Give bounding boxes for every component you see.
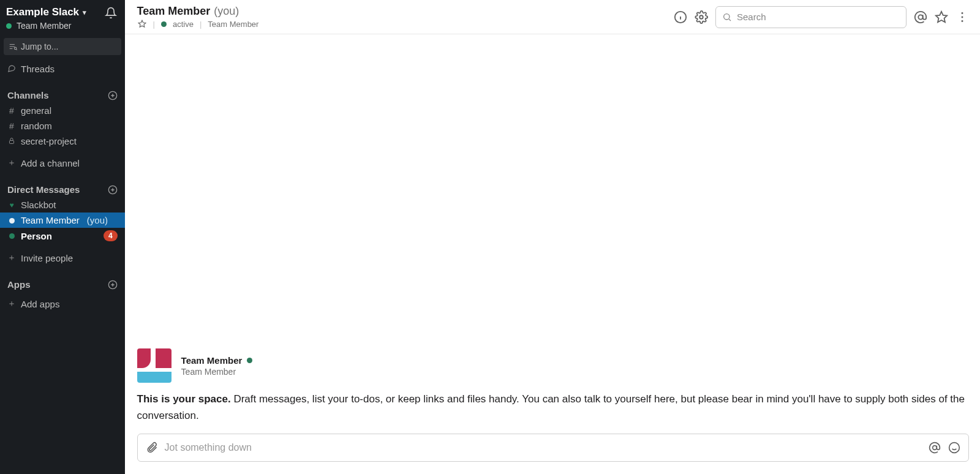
intro-lead: This is your space. bbox=[137, 393, 231, 405]
starred-button[interactable] bbox=[935, 10, 948, 24]
profile-name: Team Member bbox=[181, 355, 243, 366]
invite-people-label: Invite people bbox=[21, 253, 73, 263]
threads-icon bbox=[7, 64, 16, 74]
attach-button[interactable] bbox=[145, 441, 159, 454]
add-apps-label: Add apps bbox=[21, 299, 59, 309]
subtitle-name: Team Member bbox=[208, 20, 258, 29]
presence-active-icon bbox=[7, 231, 16, 241]
svg-rect-2 bbox=[10, 140, 14, 143]
svg-point-9 bbox=[918, 15, 922, 19]
svg-marker-5 bbox=[138, 20, 146, 27]
divider: | bbox=[200, 20, 202, 29]
plus-icon: ＋ bbox=[7, 252, 16, 263]
composer-placeholder: Jot something down bbox=[165, 442, 922, 453]
dm-label: Team Member bbox=[21, 215, 80, 225]
paperclip-icon bbox=[146, 442, 158, 454]
dm-person[interactable]: Person 4 bbox=[0, 228, 125, 244]
svg-point-8 bbox=[724, 13, 729, 19]
svg-point-14 bbox=[933, 446, 937, 450]
star-button[interactable] bbox=[137, 19, 147, 29]
channels-section-header[interactable]: Channels bbox=[0, 88, 125, 103]
invite-people-link[interactable]: ＋ Invite people bbox=[0, 250, 125, 266]
apps-section-header[interactable]: Apps bbox=[0, 277, 125, 292]
svg-point-15 bbox=[949, 443, 960, 453]
plus-circle-icon[interactable] bbox=[108, 91, 118, 100]
dm-label: Slackbot bbox=[21, 200, 56, 210]
more-button[interactable] bbox=[956, 10, 969, 24]
settings-button[interactable] bbox=[695, 10, 708, 24]
dm-slackbot[interactable]: ♥ Slackbot bbox=[0, 197, 125, 213]
star-icon bbox=[138, 20, 146, 28]
dms-section-header[interactable]: Direct Messages bbox=[0, 182, 125, 197]
channel-general[interactable]: # general bbox=[0, 103, 125, 118]
avatar bbox=[137, 348, 172, 383]
threads-label: Threads bbox=[21, 64, 55, 74]
heart-icon: ♥ bbox=[7, 201, 16, 209]
jump-to-input[interactable]: Jump to... bbox=[4, 38, 121, 55]
channel-label: random bbox=[21, 121, 52, 131]
search-icon bbox=[722, 12, 732, 22]
notifications-button[interactable] bbox=[104, 6, 118, 20]
apps-header-label: Apps bbox=[7, 279, 31, 290]
hash-icon: # bbox=[7, 106, 16, 116]
gear-icon bbox=[695, 10, 708, 24]
search-placeholder: Search bbox=[737, 12, 766, 22]
plus-icon: ＋ bbox=[7, 157, 16, 168]
at-sign-icon bbox=[929, 442, 941, 454]
hash-icon: # bbox=[7, 121, 16, 131]
profile-subtitle: Team Member bbox=[181, 367, 253, 377]
presence-dot-icon bbox=[161, 21, 167, 27]
mention-button[interactable] bbox=[928, 441, 941, 454]
presence-dot-icon bbox=[247, 358, 252, 363]
svg-point-0 bbox=[14, 47, 17, 50]
channel-secret-project[interactable]: secret-project bbox=[0, 134, 125, 149]
add-channel-link[interactable]: ＋ Add a channel bbox=[0, 155, 125, 171]
bell-icon bbox=[105, 7, 117, 19]
star-icon bbox=[935, 10, 948, 24]
plus-circle-icon[interactable] bbox=[108, 185, 118, 195]
conversation-you-suffix: (you) bbox=[214, 5, 239, 18]
channel-label: general bbox=[21, 105, 51, 116]
sidebar: Example Slack ▾ Team Member Jump to... T… bbox=[0, 0, 125, 474]
jump-to-placeholder: Jump to... bbox=[21, 42, 58, 51]
conversation-title-block: Team Member (you) | active | Team Member bbox=[137, 5, 259, 29]
lock-icon bbox=[7, 137, 16, 146]
smile-icon bbox=[948, 442, 960, 454]
dm-you-suffix: (you) bbox=[87, 215, 108, 225]
dm-self[interactable]: Team Member (you) bbox=[0, 213, 125, 228]
current-user-name: Team Member bbox=[17, 21, 71, 31]
workspace-switcher[interactable]: Example Slack ▾ Team Member bbox=[6, 6, 86, 31]
add-channel-label: Add a channel bbox=[21, 158, 80, 168]
message-composer[interactable]: Jot something down bbox=[137, 434, 969, 462]
emoji-button[interactable] bbox=[948, 441, 961, 454]
more-vertical-icon bbox=[956, 10, 969, 24]
svg-point-11 bbox=[962, 12, 963, 14]
plus-icon: ＋ bbox=[7, 298, 16, 309]
channels-header-label: Channels bbox=[7, 90, 49, 100]
presence-self-icon bbox=[7, 216, 16, 225]
mentions-button[interactable] bbox=[914, 10, 927, 24]
svg-marker-10 bbox=[936, 11, 947, 21]
profile-summary: Team Member Team Member bbox=[137, 348, 969, 383]
search-input[interactable]: Search bbox=[715, 6, 907, 28]
main-panel: Team Member (you) | active | Team Member bbox=[125, 0, 980, 474]
svg-point-12 bbox=[962, 16, 963, 18]
divider: | bbox=[153, 20, 155, 29]
svg-point-13 bbox=[962, 20, 963, 21]
jump-to-icon bbox=[9, 42, 17, 51]
channel-random[interactable]: # random bbox=[0, 118, 125, 134]
info-button[interactable] bbox=[674, 10, 687, 24]
workspace-name: Example Slack bbox=[6, 6, 79, 18]
sidebar-header: Example Slack ▾ Team Member bbox=[0, 0, 125, 36]
intro-text: This is your space. Draft messages, list… bbox=[137, 391, 969, 424]
dms-header-label: Direct Messages bbox=[7, 184, 80, 195]
chevron-down-icon: ▾ bbox=[83, 9, 86, 17]
channel-label: secret-project bbox=[21, 136, 77, 146]
conversation-body: Team Member Team Member This is your spa… bbox=[125, 34, 980, 474]
add-apps-link[interactable]: ＋ Add apps bbox=[0, 296, 125, 312]
unread-badge: 4 bbox=[104, 230, 118, 241]
presence-dot-icon bbox=[6, 23, 12, 29]
threads-link[interactable]: Threads bbox=[0, 61, 125, 77]
plus-circle-icon[interactable] bbox=[108, 280, 118, 290]
info-icon bbox=[674, 10, 687, 24]
